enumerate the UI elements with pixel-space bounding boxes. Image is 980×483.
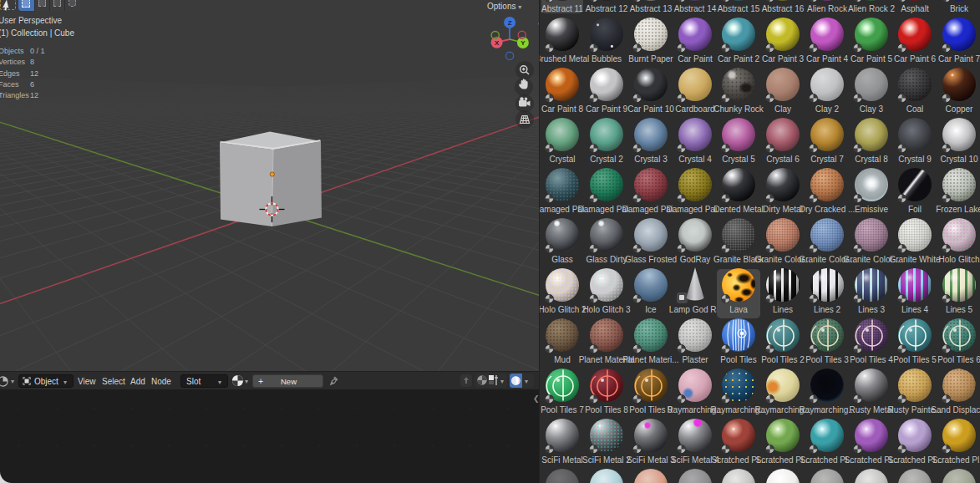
svg-text:Z: Z (508, 19, 512, 27)
svg-text:X: X (495, 39, 500, 47)
svg-text:Y: Y (520, 39, 526, 47)
